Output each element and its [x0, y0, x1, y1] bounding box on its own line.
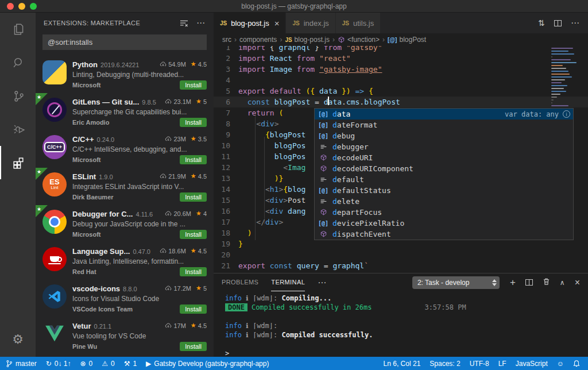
- activity-extensions-icon[interactable]: [0, 146, 36, 179]
- extension-downloads: 17.2M: [173, 285, 191, 292]
- extension-list-item[interactable]: vscode-icons8.8.017.2M★5Icons for Visual…: [36, 280, 214, 317]
- maximize-panel-icon[interactable]: ∧: [560, 279, 565, 287]
- activity-source-control-icon[interactable]: [0, 79, 36, 113]
- install-button[interactable]: Install: [180, 80, 207, 90]
- extensions-search-input[interactable]: [42, 38, 207, 47]
- activity-search-icon[interactable]: [0, 46, 36, 79]
- extension-version: 0.24.0: [97, 136, 115, 143]
- play-icon: ▶: [146, 360, 151, 368]
- breadcrumb-separator-icon: ›: [234, 36, 237, 44]
- activity-debug-icon[interactable]: [0, 113, 36, 146]
- install-button[interactable]: Install: [180, 192, 207, 202]
- extension-list-item[interactable]: ★Debugger for C...4.11.620.6M★4Debug you…: [36, 205, 214, 242]
- terminal-task-select[interactable]: 2: Task - develop: [412, 276, 500, 289]
- window-title: blog-post.js — gatsby-graphql-app: [0, 2, 588, 10]
- tab-blog-post.js[interactable]: JSblog-post.js×: [214, 13, 286, 33]
- status-javascript[interactable]: JavaScript: [511, 357, 552, 370]
- activity-explorer-icon[interactable]: [0, 13, 36, 46]
- close-panel-icon[interactable]: ×: [575, 278, 580, 288]
- suggest-item[interactable]: [@]defaultStatus: [315, 185, 573, 196]
- breadcrumb-item[interactable]: JSblog-post.js: [285, 36, 330, 44]
- method-symbol-icon: [318, 165, 329, 172]
- extension-author: Red Hat: [72, 268, 180, 275]
- breadcrumb-item[interactable]: [@]blogPost: [388, 36, 426, 44]
- suggest-item[interactable]: decodeURIComponent: [315, 163, 573, 174]
- extension-list-item[interactable]: Python2019.6.2422154.9M★4.5Linting, Debu…: [36, 56, 214, 93]
- kill-terminal-icon[interactable]: [543, 278, 550, 288]
- panel-more-actions-icon[interactable]: ⋯: [318, 278, 327, 288]
- extensions-search-box[interactable]: [42, 34, 207, 50]
- install-button[interactable]: Install: [180, 118, 207, 127]
- suggest-item[interactable]: delete: [315, 196, 573, 207]
- code-line: 3import Image from "gatsby-image": [214, 64, 588, 75]
- terminal-output[interactable]: info ℹ ⌈wdm⌋: Compiling...DONECompiled s…: [214, 291, 588, 357]
- extension-stats: 23M★3.5: [165, 135, 207, 142]
- tab-utils.js[interactable]: JSutils.js: [336, 13, 381, 33]
- extension-list-item[interactable]: Language Sup...0.47.018.6M★4.5Java Linti…: [36, 242, 214, 280]
- terminal-line: [225, 312, 588, 321]
- extension-name: ESLint: [72, 172, 96, 181]
- status-0[interactable]: ⊗0: [75, 357, 97, 370]
- status-master[interactable]: master: [1, 357, 41, 370]
- suggest-item[interactable]: [@]dateFormat: [315, 120, 573, 130]
- editor-code[interactable]: 1import { graphql } from "gatsby"2import…: [214, 46, 588, 273]
- suggest-item[interactable]: [@]debug: [315, 130, 573, 141]
- panel-tab-problems[interactable]: PROBLEMS: [222, 273, 258, 291]
- split-terminal-icon[interactable]: [525, 279, 533, 286]
- breadcrumb-item[interactable]: src: [222, 36, 231, 44]
- tab-index.js[interactable]: JSindex.js: [286, 13, 335, 33]
- status-1[interactable]: ⚒1: [119, 357, 141, 370]
- status-ln-6-col-21[interactable]: Ln 6, Col 21: [379, 357, 425, 370]
- variable-symbol-icon: [@]: [318, 111, 328, 117]
- suggest-item[interactable]: debugger: [315, 141, 573, 152]
- extension-rating: 4: [203, 210, 207, 217]
- extension-author: Microsoft: [72, 231, 180, 238]
- install-button[interactable]: Install: [180, 305, 207, 314]
- editor-more-actions-icon[interactable]: ⋯: [571, 18, 580, 28]
- close-tab-icon[interactable]: ×: [274, 18, 280, 28]
- status-smiley[interactable]: ☺: [552, 357, 568, 370]
- suggest-item[interactable]: default: [315, 174, 573, 185]
- extension-list-item[interactable]: C/C++C/C++0.24.023M★3.5C/C++ IntelliSens…: [36, 130, 214, 168]
- suggest-item[interactable]: dispatchEvent: [315, 229, 573, 240]
- minimap[interactable]: [551, 48, 581, 108]
- variable-symbol-icon: [@]: [318, 133, 328, 139]
- clear-filter-icon[interactable]: [180, 20, 188, 27]
- breadcrumb-item[interactable]: <function>: [338, 36, 380, 44]
- open-changes-icon[interactable]: ⇅: [538, 18, 545, 28]
- extension-list-item[interactable]: ★ESLintESLint1.9.021.9M★4.5Integrates ES…: [36, 168, 214, 205]
- panel-tab-terminal[interactable]: TERMINAL: [271, 273, 305, 291]
- line-number: 14: [214, 184, 238, 195]
- settings-gear-icon[interactable]: ⚙: [0, 322, 36, 357]
- install-button[interactable]: Install: [180, 267, 207, 276]
- suggest-item[interactable]: departFocus: [315, 207, 573, 218]
- suggest-item[interactable]: [@]devicePixelRatio: [315, 218, 573, 229]
- star-icon: ★: [191, 60, 196, 68]
- line-number: 11: [214, 151, 238, 162]
- status-gatsby-develop-gatsby-graphql-app[interactable]: ▶Gatsby Develop (gatsby-graphql-app): [141, 357, 273, 370]
- extension-list-item[interactable]: ★GitLens — Git su...9.8.523.1M★5Supercha…: [36, 93, 214, 130]
- terminal-task-select-value: 2: Task - develop: [417, 279, 470, 287]
- breadcrumb-item[interactable]: components: [239, 36, 277, 44]
- install-button[interactable]: Install: [180, 342, 207, 351]
- status-utf-8[interactable]: UTF-8: [465, 357, 494, 370]
- extension-list-item[interactable]: Vetur0.21.117M★4.5Vue tooling for VS Cod…: [36, 317, 214, 354]
- status-spaces-2[interactable]: Spaces: 2: [425, 357, 465, 370]
- sidebar-more-actions-icon[interactable]: ⋯: [196, 18, 206, 28]
- eslint-logo-icon: ESLint: [42, 172, 67, 196]
- status-bell[interactable]: [568, 357, 585, 370]
- suggest-item[interactable]: [@]datavar data: anyi: [315, 109, 573, 120]
- new-terminal-icon[interactable]: +: [510, 277, 516, 288]
- status-lf[interactable]: LF: [494, 357, 511, 370]
- extension-rating: 5: [203, 98, 207, 105]
- install-button[interactable]: Install: [180, 230, 207, 239]
- info-icon[interactable]: i: [563, 110, 570, 118]
- status-0[interactable]: ⚠0: [97, 357, 119, 370]
- method-symbol-icon: [318, 154, 329, 161]
- tab-label: utils.js: [353, 19, 374, 28]
- split-editor-icon[interactable]: [554, 20, 562, 26]
- suggest-item[interactable]: decodeURI: [315, 152, 573, 163]
- status-0-1[interactable]: ↻0↓ 1↑: [41, 357, 76, 370]
- install-button[interactable]: Install: [180, 155, 207, 164]
- sidebar-header: EXTENSIONS: MARKETPLACE ⋯: [36, 13, 214, 33]
